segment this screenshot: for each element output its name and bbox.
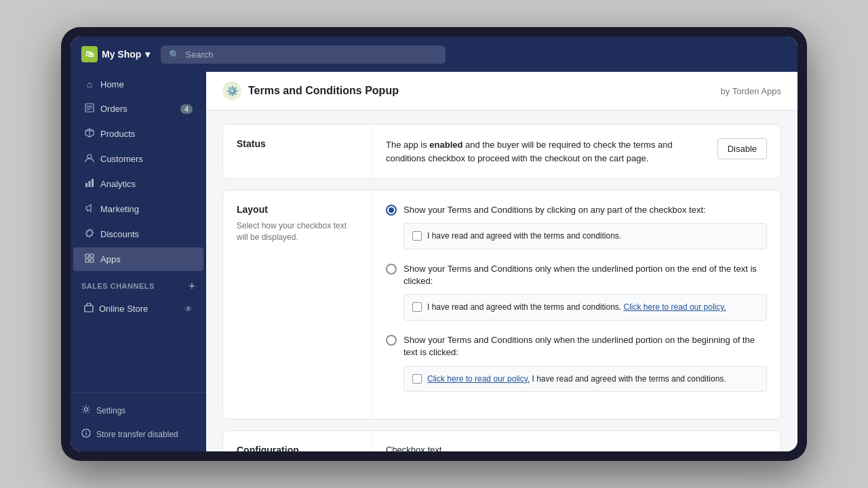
checkbox-label-3-plain: I have read and agreed with the terms an…	[530, 374, 726, 384]
sidebar-item-orders[interactable]: Orders 4	[73, 97, 203, 121]
search-bar[interactable]: 🔍	[161, 45, 446, 64]
layout-option-2-header: Show your Terms and Conditions only when…	[386, 263, 767, 287]
sales-channels-label: SALES CHANNELS	[81, 282, 155, 290]
layout-option-3: Show your Terms and Conditions only when…	[386, 334, 767, 392]
orders-icon	[84, 103, 95, 115]
layout-option-3-text: Show your Terms and Conditions only when…	[403, 334, 767, 359]
svg-rect-10	[85, 254, 89, 258]
sidebar-footer: Settings Store transfer disabled	[71, 392, 206, 451]
products-icon	[84, 128, 95, 140]
configuration-card-row: Configuration Set the checkbox's text, h…	[223, 431, 781, 451]
layout-radio-1[interactable]	[386, 205, 397, 216]
disable-button[interactable]: Disable	[717, 138, 767, 159]
discounts-icon	[84, 228, 95, 240]
add-sales-channel-button[interactable]: +	[189, 280, 195, 292]
svg-rect-9	[92, 179, 94, 187]
checkbox-label-3-link[interactable]: Click here to read our policy.	[427, 374, 530, 384]
status-section-content: The app is enabled and the buyer will be…	[372, 125, 781, 178]
status-description: The app is enabled and the buyer will be…	[386, 138, 707, 165]
layout-option-1-text: Show your Terms and Conditions by clicki…	[403, 204, 706, 216]
layout-radio-3[interactable]	[386, 335, 397, 346]
checkbox-label-2-plain: I have read and agreed with the terms an…	[427, 302, 624, 312]
online-store-label: Online Store	[99, 304, 148, 314]
sidebar-item-discounts[interactable]: Discounts	[73, 222, 203, 246]
layout-option-3-header: Show your Terms and Conditions only when…	[386, 334, 767, 359]
content-header: ⚙️ Terms and Conditions Popup by Torden …	[206, 72, 797, 110]
settings-icon	[81, 405, 91, 416]
svg-rect-12	[85, 259, 89, 262]
svg-rect-7	[85, 183, 87, 187]
sidebar-item-customers[interactable]: Customers	[73, 147, 203, 171]
layout-option-2-preview: I have read and agreed with the terms an…	[403, 294, 767, 321]
layout-option-1-preview: I have read and agreed with the terms an…	[403, 223, 767, 249]
by-text: by Torden Apps	[721, 86, 781, 96]
layout-option-1-header: Show your Terms and Conditions by clicki…	[386, 204, 767, 216]
shop-name: My Shop	[102, 49, 141, 60]
svg-point-18	[85, 430, 86, 431]
svg-rect-14	[85, 306, 93, 312]
sidebar-item-store-transfer[interactable]: Store transfer disabled	[71, 422, 206, 446]
sidebar-item-marketing[interactable]: Marketing	[73, 197, 203, 221]
layout-option-1: Show your Terms and Conditions by clicki…	[386, 204, 767, 249]
checkbox-label-3: Click here to read our policy. I have re…	[427, 373, 726, 385]
sidebar-item-online-store[interactable]: Online Store 👁	[73, 297, 203, 321]
checkbox-label-1: I have read and agreed with the terms an…	[427, 230, 621, 242]
shop-dropdown-icon[interactable]: ▾	[145, 49, 150, 60]
status-card: Status The app is enabled and the buyer …	[222, 124, 781, 179]
info-icon	[81, 428, 91, 440]
analytics-icon	[84, 178, 95, 190]
status-card-row: Status The app is enabled and the buyer …	[223, 125, 781, 178]
shop-logo[interactable]: 🛍 My Shop ▾	[81, 46, 150, 62]
status-desc-part1: The app is	[386, 140, 429, 150]
sidebar-label-products: Products	[100, 129, 135, 139]
sidebar-label-customers: Customers	[100, 154, 143, 164]
configuration-card: Configuration Set the checkbox's text, h…	[222, 430, 781, 451]
status-section-label: Status	[223, 125, 372, 178]
content-area: ⚙️ Terms and Conditions Popup by Torden …	[206, 72, 797, 451]
configuration-section-content: Checkbox text	[372, 431, 781, 451]
svg-rect-11	[90, 254, 94, 258]
svg-rect-13	[90, 259, 94, 262]
main-layout: ⌂ Home Orders 4 Products	[71, 72, 797, 451]
configuration-title: Configuration	[237, 445, 358, 451]
sidebar-item-analytics[interactable]: Analytics	[73, 172, 203, 196]
sales-channels-header: SALES CHANNELS +	[71, 272, 206, 296]
checkbox-label-2: I have read and agreed with the terms an…	[427, 302, 726, 313]
checkbox-label-2-link[interactable]: Click here to read our policy.	[624, 302, 726, 312]
search-input[interactable]	[185, 49, 437, 60]
online-store-icon	[84, 303, 94, 314]
layout-radio-2[interactable]	[386, 264, 397, 274]
top-bar: 🛍 My Shop ▾ 🔍	[71, 37, 797, 72]
layout-option-2: Show your Terms and Conditions only when…	[386, 263, 767, 321]
status-title: Status	[237, 138, 358, 149]
sidebar-item-apps[interactable]: Apps	[73, 247, 203, 271]
online-store-left: Online Store	[84, 303, 148, 314]
sidebar-item-settings[interactable]: Settings	[71, 399, 206, 422]
status-content: The app is enabled and the buyer will be…	[386, 138, 767, 165]
sidebar-label-analytics: Analytics	[100, 179, 136, 189]
layout-option-2-text: Show your Terms and Conditions only when…	[403, 263, 767, 287]
browser-window: 🛍 My Shop ▾ 🔍 ⌂ Home O	[71, 37, 797, 451]
layout-desc: Select how your checkbox text will be di…	[237, 220, 358, 243]
eye-icon[interactable]: 👁	[184, 304, 193, 314]
sidebar-item-home[interactable]: ⌂ Home	[73, 73, 203, 96]
device-frame: 🛍 My Shop ▾ 🔍 ⌂ Home O	[61, 27, 807, 461]
checkbox-preview-2	[412, 302, 422, 312]
sidebar: ⌂ Home Orders 4 Products	[71, 72, 206, 451]
apps-icon	[84, 253, 95, 265]
home-icon: ⌂	[84, 79, 95, 89]
sidebar-label-orders: Orders	[100, 104, 127, 114]
sidebar-label-home: Home	[100, 79, 124, 89]
layout-option-3-preview: Click here to read our policy. I have re…	[403, 366, 767, 392]
layout-title: Layout	[237, 204, 358, 215]
content-header-left: ⚙️ Terms and Conditions Popup	[222, 81, 399, 100]
layout-section-label: Layout Select how your checkbox text wil…	[223, 190, 372, 419]
sidebar-item-products[interactable]: Products	[73, 122, 203, 146]
sidebar-label-apps: Apps	[100, 254, 121, 264]
checkbox-text-label: Checkbox text	[386, 445, 767, 451]
checkbox-preview-3	[412, 374, 422, 384]
checkbox-preview-1	[412, 231, 422, 241]
shopify-bag-icon: 🛍	[81, 46, 98, 62]
orders-badge: 4	[180, 104, 193, 114]
svg-point-15	[85, 408, 88, 411]
